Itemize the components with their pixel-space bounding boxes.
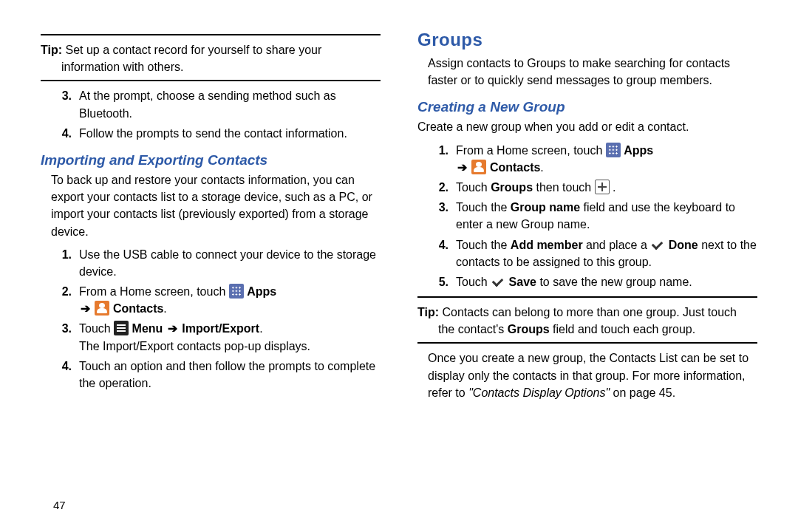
plus-icon [595, 180, 610, 194]
text-fragment: to save the new group name. [536, 276, 692, 288]
text-fragment: on page 45. [610, 386, 675, 399]
tip-text-cont: the contact's Groups field and touch eac… [417, 321, 757, 338]
tip-text: Contacts can belong to more than one gro… [442, 306, 736, 318]
step-text: From a Home screen, touch Apps ➔ Contact… [79, 283, 381, 317]
tip-label: Tip: [41, 44, 62, 56]
list-item: 1. From a Home screen, touch Apps ➔ Cont… [417, 142, 757, 176]
text-fragment: the contact's [438, 323, 508, 335]
page-number: 47 [53, 499, 66, 511]
contacts-label: Contacts [113, 302, 163, 315]
done-label: Done [669, 239, 698, 251]
check-icon [650, 237, 665, 252]
list-item: 5. Touch Save to save the new group name… [417, 273, 757, 290]
text-fragment: and place a [583, 239, 651, 251]
list-item: 3. Touch the Group name field and use th… [417, 199, 757, 233]
step-number: 3. [417, 199, 456, 233]
manual-page: Tip: Set up a contact record for yoursel… [0, 0, 798, 428]
tip-box: Tip: Contacts can belong to more than on… [417, 304, 757, 338]
divider [417, 296, 757, 298]
text-fragment: then touch [533, 181, 595, 194]
step-text: Use the USB cable to connect your device… [79, 246, 381, 280]
group-name-label: Group name [511, 201, 580, 214]
contacts-icon [471, 160, 486, 174]
text-fragment: Touch the [456, 239, 511, 251]
step-number: 2. [41, 283, 79, 317]
numbered-list: 3. At the prompt, choose a sending metho… [41, 87, 381, 142]
list-item: 3. Touch Menu ➔ Import/Export. The Impor… [41, 320, 381, 354]
text-fragment: Touch [456, 181, 491, 194]
check-icon [491, 274, 505, 289]
step-text: Touch Save to save the new group name. [456, 273, 757, 290]
step-number: 4. [41, 125, 79, 142]
section-heading: Importing and Exporting Contacts [41, 152, 381, 168]
arrow-icon: ➔ [79, 302, 92, 315]
numbered-list: 1. Use the USB cable to connect your dev… [41, 246, 381, 392]
section-intro: Create a new group when you add or edit … [417, 118, 757, 135]
left-column: Tip: Set up a contact record for yoursel… [41, 30, 381, 406]
text-fragment: Touch the [456, 201, 511, 214]
list-item: 3. At the prompt, choose a sending metho… [41, 87, 381, 121]
right-column: Groups Assign contacts to Groups to make… [417, 30, 757, 406]
apps-icon [606, 143, 621, 157]
tip-label: Tip: [417, 306, 439, 318]
step-text: Touch Menu ➔ Import/Export. The Import/E… [79, 320, 381, 354]
groups-field-label: Groups [508, 323, 550, 335]
text-fragment: . [613, 181, 615, 194]
contacts-icon [95, 301, 109, 316]
menu-label: Menu [132, 322, 163, 335]
divider [41, 34, 381, 35]
page-heading: Groups [417, 30, 757, 50]
contacts-label: Contacts [490, 161, 540, 174]
step-subtext: The Import/Export contacts pop-up displa… [79, 338, 381, 355]
step-number: 3. [41, 87, 79, 121]
step-text: Follow the prompts to send the contact i… [79, 125, 381, 142]
section-heading: Creating a New Group [417, 99, 757, 115]
text-fragment: . [163, 302, 166, 315]
step-text: Touch the Add member and place a Done ne… [456, 236, 757, 270]
outro-paragraph: Once you create a new group, the Contact… [417, 349, 757, 401]
numbered-list: 1. From a Home screen, touch Apps ➔ Cont… [417, 142, 757, 291]
groups-label: Groups [491, 181, 533, 194]
step-number: 4. [41, 358, 79, 392]
text-fragment: Touch [79, 322, 114, 335]
tip-text-cont: information with others. [41, 58, 381, 75]
arrow-icon: ➔ [166, 322, 179, 335]
text-fragment: . [540, 161, 543, 174]
text-fragment: . [259, 322, 262, 335]
step-text: Touch an option and then follow the prom… [79, 358, 381, 392]
section-intro: To back up and restore your contacts inf… [41, 171, 381, 240]
step-number: 3. [41, 320, 79, 354]
heading-intro: Assign contacts to Groups to make search… [417, 55, 757, 89]
step-text: At the prompt, choose a sending method s… [79, 87, 381, 121]
tip-text: Set up a contact record for yourself to … [65, 44, 321, 56]
list-item: 4. Follow the prompts to send the contac… [41, 125, 381, 142]
step-number: 1. [417, 142, 456, 176]
text-fragment: From a Home screen, touch [456, 144, 606, 157]
divider [417, 342, 757, 344]
step-text: From a Home screen, touch Apps ➔ Contact… [456, 142, 757, 176]
save-label: Save [509, 276, 536, 288]
apps-label: Apps [247, 285, 276, 298]
text-fragment: From a Home screen, touch [79, 285, 229, 298]
list-item: 1. Use the USB cable to connect your dev… [41, 246, 381, 280]
text-fragment: Touch [456, 276, 491, 288]
cross-reference: "Contacts Display Options" [468, 386, 610, 399]
menu-icon [114, 321, 129, 335]
list-item: 4. Touch an option and then follow the p… [41, 358, 381, 392]
step-number: 1. [41, 246, 79, 280]
step-number: 5. [417, 273, 456, 290]
tip-box: Tip: Set up a contact record for yoursel… [41, 41, 381, 75]
apps-label: Apps [624, 144, 653, 157]
list-item: 2. Touch Groups then touch . [417, 179, 757, 196]
step-number: 2. [417, 179, 456, 196]
apps-icon [229, 284, 244, 299]
step-text: Touch Groups then touch . [456, 179, 757, 196]
arrow-icon: ➔ [456, 161, 468, 174]
list-item: 2. From a Home screen, touch Apps ➔ Cont… [41, 283, 381, 317]
step-text: Touch the Group name field and use the k… [456, 199, 757, 233]
import-export-label: Import/Export [182, 322, 259, 335]
text-fragment: field and touch each group. [550, 323, 695, 335]
add-member-label: Add member [511, 239, 583, 251]
step-number: 4. [417, 236, 456, 270]
list-item: 4. Touch the Add member and place a Done… [417, 236, 757, 270]
